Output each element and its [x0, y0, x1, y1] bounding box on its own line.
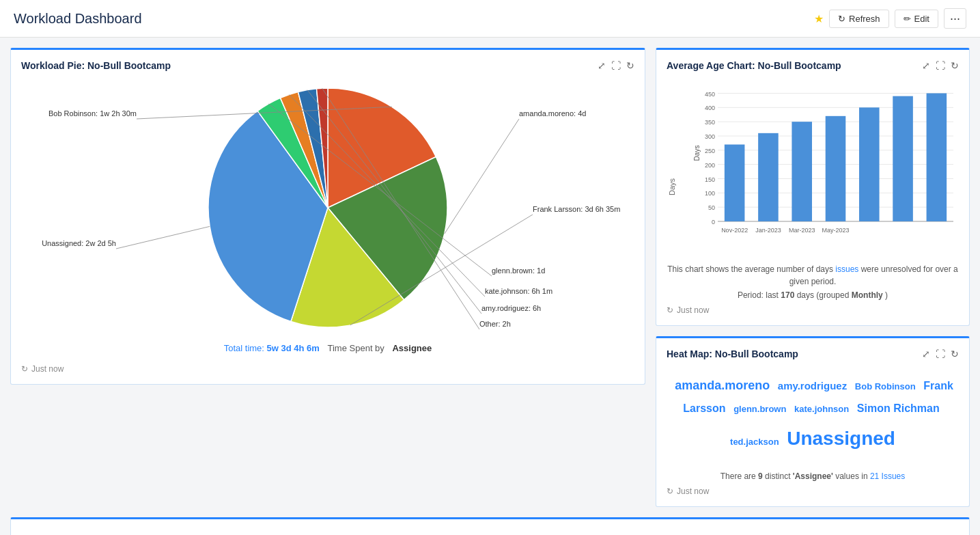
heatmap-widget-footer: ↻ Just now: [667, 486, 959, 496]
pie-label: Frank Larsson: 3d 6h 35m: [533, 205, 620, 213]
svg-text:May-2023: May-2023: [822, 227, 849, 234]
pie-timestamp: Just now: [31, 364, 64, 374]
dashboard-content: Workload Pie: No-Bull Bootcamp ⤢ ⛶ ↻ Bob…: [0, 38, 980, 517]
svg-text:Mar-2023: Mar-2023: [789, 227, 815, 234]
svg-text:100: 100: [705, 190, 715, 197]
pie-refresh-small-icon: ↻: [21, 364, 28, 374]
svg-text:200: 200: [705, 162, 715, 169]
svg-text:300: 300: [705, 133, 715, 140]
bar-chart-description: This chart shows the average number of d…: [667, 263, 959, 288]
heatmap-name[interactable]: ted.jackson: [730, 437, 779, 447]
heatmap-name[interactable]: kate.johnson: [794, 404, 849, 414]
heatmap-timestamp: Just now: [677, 486, 709, 496]
pie-container: Bob Robinson: 1w 2h 30mamanda.moreno: 4d…: [21, 78, 634, 338]
right-col: Average Age Chart: No-Bull Bootcamp ⤢ ⛶ …: [656, 48, 970, 507]
pie-widget: Workload Pie: No-Bull Bootcamp ⤢ ⛶ ↻ Bob…: [10, 48, 645, 385]
edit-button[interactable]: ✏ Edit: [895, 10, 938, 28]
heatmap-name[interactable]: amanda.moreno: [675, 379, 770, 392]
refresh-button[interactable]: ↻ Refresh: [829, 10, 889, 28]
bar-widget-footer: ↻ Just now: [667, 305, 959, 315]
pie-label: kate.johnson: 6h 1m: [485, 287, 552, 295]
period-group: Monthly: [852, 290, 883, 300]
bar-widget-icons: ⤢ ⛶ ↻: [922, 60, 959, 71]
bar-rect: [927, 94, 947, 222]
bar-widget-header: Average Age Chart: No-Bull Bootcamp ⤢ ⛶ …: [667, 60, 959, 71]
heatmap-name[interactable]: amy.rodriguez: [778, 380, 847, 392]
heatmap-refresh-small-icon: ↻: [667, 486, 673, 496]
heatmap-expand-icon[interactable]: ⤢: [922, 348, 930, 359]
heatmap-refresh-icon[interactable]: ↻: [951, 348, 959, 359]
heatmap-name[interactable]: Simon Richman: [857, 402, 940, 414]
heatmap-widget-title: Heat Map: No-Bull Bootcamp: [667, 348, 798, 359]
bar-refresh-small-icon: ↻: [667, 305, 673, 315]
svg-text:350: 350: [705, 119, 715, 126]
bar-rect: [893, 96, 913, 221]
pie-label: Unassigned: 2w 2d 5h: [42, 239, 116, 247]
bar-widget: Average Age Chart: No-Bull Bootcamp ⤢ ⛶ …: [656, 48, 970, 326]
top-bar-actions: ★ ↻ Refresh ✏ Edit ···: [814, 8, 966, 29]
pie-label: glenn.brown: 1d: [492, 266, 545, 275]
heatmap-name[interactable]: Unassigned: [787, 428, 895, 449]
period-days: 170: [781, 290, 794, 300]
svg-text:Days: Days: [694, 146, 701, 161]
svg-text:250: 250: [705, 148, 715, 154]
heatmap-name[interactable]: glenn.brown: [733, 404, 786, 414]
pie-label: amy.rodriguez: 6h: [481, 304, 541, 312]
star-icon[interactable]: ★: [814, 12, 824, 25]
bar-rect: [859, 107, 880, 221]
y-axis-label: Days: [668, 168, 676, 195]
bar-fullscreen-icon[interactable]: ⛶: [936, 60, 945, 71]
bar-rect: [758, 133, 779, 221]
issues-link[interactable]: issues: [835, 264, 858, 274]
svg-text:50: 50: [708, 204, 715, 211]
pie-label: Bob Robinson: 1w 2h 30m: [48, 109, 137, 118]
pie-label-line: [445, 119, 519, 234]
svg-text:400: 400: [705, 105, 715, 111]
bar-rect: [826, 116, 846, 221]
heatmap-names-container: amanda.moreno amy.rodriguez Bob Robinson…: [667, 366, 959, 465]
svg-text:Nov-2022: Nov-2022: [721, 227, 748, 234]
bar-rect: [725, 145, 745, 222]
heatmap-widget-header: Heat Map: No-Bull Bootcamp ⤢ ⛶ ↻: [667, 348, 959, 359]
edit-icon: ✏: [904, 14, 911, 24]
bar-chart-container: 050100150200250300350400450DaysNov-2022J…: [667, 78, 959, 258]
bar-rect: [792, 122, 812, 221]
pie-label: amanda.moreno: 4d: [519, 109, 586, 118]
pie-svg: Bob Robinson: 1w 2h 30mamanda.moreno: 4d…: [27, 57, 628, 358]
refresh-icon: ↻: [838, 14, 845, 24]
bar-widget-title: Average Age Chart: No-Bull Bootcamp: [667, 60, 841, 71]
svg-text:Jan-2023: Jan-2023: [755, 227, 781, 234]
left-col: Workload Pie: No-Bull Bootcamp ⤢ ⛶ ↻ Bob…: [10, 48, 645, 507]
pie-label: Other: 2h: [479, 320, 511, 328]
bar-expand-icon[interactable]: ⤢: [922, 60, 930, 71]
heatmap-fullscreen-icon[interactable]: ⛶: [936, 348, 945, 359]
bar-chart-period: Period: last 170 days (grouped Monthly ): [667, 290, 959, 300]
bottom-strip: [10, 517, 970, 535]
svg-text:0: 0: [712, 219, 715, 225]
page-title: Workload Dashboard: [14, 11, 142, 27]
heatmap-widget: Heat Map: No-Bull Bootcamp ⤢ ⛶ ↻ amanda.…: [656, 336, 970, 507]
bar-refresh-icon[interactable]: ↻: [951, 60, 959, 71]
heatmap-name[interactable]: Bob Robinson: [855, 381, 916, 392]
heatmap-widget-icons: ⤢ ⛶ ↻: [922, 348, 959, 359]
heatmap-footer: There are 9 distinct 'Assignee' values i…: [667, 471, 959, 481]
top-bar: Workload Dashboard ★ ↻ Refresh ✏ Edit ··…: [0, 0, 980, 38]
bar-timestamp: Just now: [677, 305, 709, 315]
svg-text:450: 450: [705, 91, 715, 98]
pie-widget-footer: ↻ Just now: [21, 364, 634, 374]
svg-text:150: 150: [705, 176, 715, 183]
bar-chart-svg: 050100150200250300350400450DaysNov-2022J…: [694, 78, 960, 256]
pie-label-line: [116, 226, 210, 249]
more-button[interactable]: ···: [944, 8, 966, 29]
